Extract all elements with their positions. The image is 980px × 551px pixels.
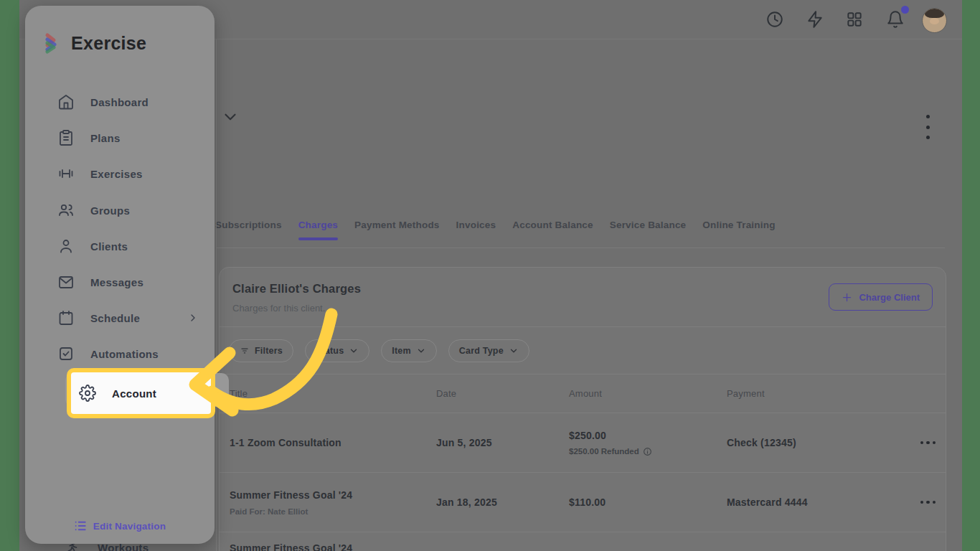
- people-group-icon: [57, 202, 75, 219]
- sidebar-item-clients[interactable]: Clients: [35, 228, 204, 264]
- col-title: Title: [230, 388, 436, 399]
- sidebar-item-dashboard[interactable]: Dashboard: [35, 84, 204, 120]
- person-icon: [57, 237, 75, 255]
- sidebar-item-label: Schedule: [90, 312, 140, 324]
- item-label: Item: [392, 346, 411, 356]
- table-header-row: Title Date Amount Payment: [220, 374, 946, 413]
- sidebar-item-label: Dashboard: [90, 96, 149, 108]
- card-subtitle: Charges for this client.: [232, 303, 325, 314]
- card-header: Claire Elliot's Charges Charges for this…: [220, 268, 946, 326]
- row-amount: $110.00: [569, 496, 727, 508]
- charge-client-label: Charge Client: [859, 292, 920, 303]
- sidebar-item-account[interactable]: Account: [67, 368, 215, 418]
- info-icon[interactable]: [643, 447, 652, 456]
- card-type-label: Card Type: [459, 346, 504, 356]
- app-logo: Exercise: [42, 32, 146, 55]
- filters-row: Filters Status Item Card Type: [220, 326, 946, 374]
- chevron-down-icon[interactable]: [221, 108, 240, 126]
- chevron-right-icon: [187, 312, 199, 324]
- table-row[interactable]: 1-1 Zoom Consultation Jun 5, 2025 $250.0…: [220, 413, 946, 472]
- table-row[interactable]: Summer Fitness Goal '24 Paid For: Nate E…: [220, 472, 946, 532]
- chevron-down-icon: [416, 346, 426, 356]
- row-title: Summer Fitness Goal '24: [230, 489, 436, 501]
- dumbbell-icon: [57, 165, 75, 182]
- row-payment: Check (12345): [727, 437, 892, 448]
- card-title: Claire Elliot's Charges: [232, 282, 361, 296]
- table-row[interactable]: Summer Fitness Goal '24: [220, 532, 946, 551]
- navigation-panel: Exercise Dashboard Plans Exercises Group…: [25, 6, 215, 544]
- col-amount: Amount: [569, 388, 727, 399]
- filters-button[interactable]: Filters: [229, 339, 293, 362]
- notification-bell-icon[interactable]: [886, 10, 905, 29]
- sidebar-item-label: Exercises: [90, 168, 143, 180]
- tab-service-balance[interactable]: Service Balance: [610, 220, 687, 240]
- card-type-dropdown[interactable]: Card Type: [448, 339, 529, 362]
- list-icon: [74, 519, 87, 532]
- tab-online-training[interactable]: Online Training: [702, 220, 775, 240]
- sidebar-item-messages[interactable]: Messages: [35, 264, 204, 300]
- status-dropdown[interactable]: Status: [305, 339, 369, 362]
- sidebar-item-automations[interactable]: Automations: [35, 336, 204, 372]
- avatar-face: [930, 18, 939, 24]
- avatar-hair: [925, 9, 944, 18]
- client-kebab-menu[interactable]: [920, 113, 935, 141]
- refund-note-text: $250.00 Refunded: [569, 447, 639, 456]
- col-date: Date: [436, 388, 569, 399]
- row-paid-for: Paid For: Nate Elliot: [230, 507, 436, 516]
- check-square-icon: [57, 345, 75, 362]
- sidebar-item-label: Plans: [90, 132, 121, 144]
- gear-icon: [79, 385, 96, 402]
- plus-icon: [842, 292, 852, 303]
- sidebar-item-label: Messages: [90, 276, 143, 288]
- apps-grid-icon[interactable]: [845, 10, 864, 29]
- envelope-icon: [57, 273, 75, 291]
- status-label: Status: [316, 346, 344, 356]
- tab-subscriptions[interactable]: Subscriptions: [215, 220, 282, 240]
- refund-note: $250.00 Refunded: [569, 447, 727, 456]
- sidebar-item-label: Clients: [90, 240, 128, 253]
- row-date: Jan 18, 2025: [436, 496, 569, 508]
- tabs-divider: [216, 248, 945, 248]
- sidebar-item-schedule[interactable]: Schedule: [35, 300, 204, 336]
- row-kebab-menu[interactable]: [892, 441, 936, 445]
- charges-card: Claire Elliot's Charges Charges for this…: [219, 267, 946, 551]
- exercise-logo-icon: [42, 32, 65, 55]
- filter-icon: [240, 346, 250, 356]
- tab-invoices[interactable]: Invoices: [456, 220, 496, 240]
- row-title: 1-1 Zoom Consultation: [230, 437, 436, 448]
- chevron-down-icon: [349, 346, 359, 356]
- charge-client-button[interactable]: Charge Client: [829, 283, 933, 311]
- chevron-down-icon: [509, 346, 519, 356]
- tab-bar: Subscriptions Charges Payment Methods In…: [215, 220, 776, 240]
- lightning-icon[interactable]: [806, 10, 824, 29]
- edit-navigation-label: Edit Navigation: [93, 521, 166, 532]
- avatar[interactable]: [922, 8, 947, 33]
- tab-payment-methods[interactable]: Payment Methods: [354, 220, 440, 240]
- sidebar-item-groups[interactable]: Groups: [35, 192, 204, 228]
- row-amount: $250.00: [569, 430, 727, 441]
- row-payment: Mastercard 4444: [727, 496, 892, 508]
- tab-charges[interactable]: Charges: [298, 220, 338, 240]
- edit-navigation-button[interactable]: Edit Navigation: [25, 519, 215, 532]
- calendar-icon: [57, 309, 75, 326]
- app-logo-text: Exercise: [71, 33, 146, 54]
- col-payment: Payment: [727, 388, 892, 399]
- filters-label: Filters: [255, 346, 283, 356]
- home-icon: [57, 93, 75, 110]
- sidebar-item-exercises[interactable]: Exercises: [35, 156, 204, 192]
- clipboard-icon: [57, 129, 75, 146]
- row-title: Summer Fitness Goal '24: [230, 542, 436, 551]
- sidebar-item-label: Groups: [90, 204, 130, 217]
- sidebar-divider: [216, 39, 217, 551]
- row-kebab-menu[interactable]: [892, 501, 936, 504]
- sidebar-item-label: Automations: [90, 348, 159, 360]
- item-dropdown[interactable]: Item: [381, 339, 437, 362]
- history-clock-icon[interactable]: [765, 10, 784, 29]
- tab-account-balance[interactable]: Account Balance: [512, 220, 593, 240]
- row-date: Jun 5, 2025: [436, 437, 569, 448]
- sidebar-item-label: Account: [112, 387, 156, 400]
- notification-dot: [901, 6, 909, 14]
- sidebar-item-plans[interactable]: Plans: [35, 120, 204, 156]
